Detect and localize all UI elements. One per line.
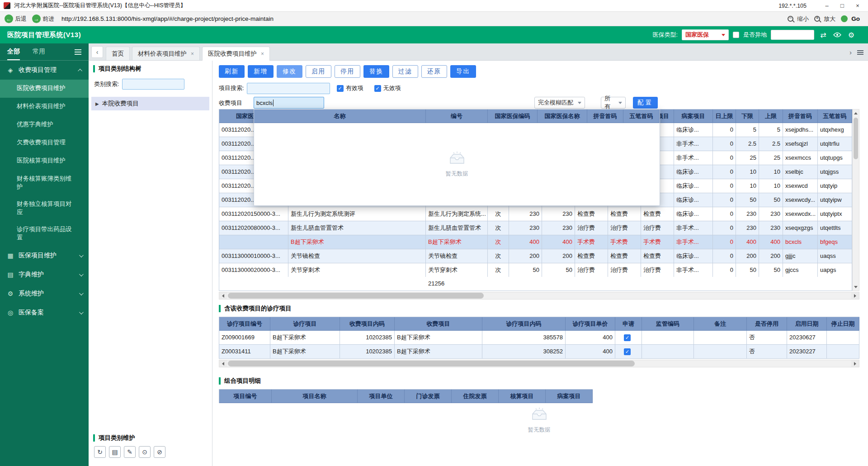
maximize-button[interactable]: □ (835, 0, 849, 11)
tree-expand-icon[interactable]: ▶ (95, 101, 99, 106)
tab[interactable]: 医院收费项目维护× (202, 47, 270, 61)
table-cell: 0 (713, 193, 736, 207)
sidebar-group-header[interactable]: ▤字典维护 (0, 265, 89, 284)
column-header: 日上限 (713, 109, 736, 123)
charge-project-search-input[interactable]: bcxcls (254, 97, 324, 109)
minimize-button[interactable]: – (820, 0, 834, 11)
sidebar-tab-all[interactable]: 全部 (7, 43, 20, 60)
sidebar-item[interactable]: 医院收费项目维护 (0, 80, 89, 98)
go-button[interactable]: Go (851, 15, 860, 22)
sidebar-item[interactable]: 材料价表项目维护 (0, 98, 89, 116)
toolbar-button[interactable]: 停用 (335, 65, 360, 78)
toolbar-button[interactable]: 过滤 (392, 65, 418, 78)
toolbar-button[interactable]: 新增 (248, 65, 274, 78)
category-search-input[interactable] (122, 79, 184, 90)
scroll-right-arrow[interactable] (851, 292, 859, 299)
table-row[interactable]: Z00031411B超下采卵术10202385B超下采卵术308252400✓否… (219, 345, 859, 359)
toolbar-button[interactable]: 启用 (306, 65, 331, 78)
tab[interactable]: 首页 (106, 47, 130, 60)
remote-input[interactable] (771, 30, 814, 40)
toolbar-button[interactable]: 替换 (363, 65, 389, 78)
horizontal-scroll-thumb[interactable] (228, 361, 635, 366)
checkbox-checked[interactable]: ✓ (624, 348, 631, 355)
table-cell: 10 (759, 165, 783, 179)
horizontal-scroll-track[interactable] (227, 292, 851, 299)
gear-icon[interactable]: ⚙ (846, 30, 856, 40)
valid-checkbox[interactable]: ✓ (337, 85, 344, 92)
add-category-button[interactable]: ▤ (109, 446, 121, 458)
edit-category-button[interactable]: ✎ (124, 446, 136, 458)
sidebar-group-header[interactable]: ▦医保项目维护 (0, 246, 89, 265)
tab[interactable]: 材料价表项目维护× (132, 47, 200, 60)
project-search-input[interactable] (247, 83, 330, 94)
menu-icon[interactable] (75, 52, 81, 52)
config-button[interactable]: 配置 (633, 97, 658, 109)
sidebar-item[interactable]: 欠费收费项目管理 (0, 134, 89, 152)
zoom-out-button[interactable]: 缩小 (797, 15, 809, 23)
tab-menu-icon[interactable] (857, 52, 863, 53)
table-row[interactable]: 003113000020000-3...关节穿刺术关节穿刺术次5050治疗费治疗… (219, 263, 852, 277)
scroll-up-arrow[interactable] (853, 109, 859, 117)
toolbar-button[interactable]: 修改 (277, 65, 302, 78)
table-cell: 检查费 (608, 249, 641, 263)
scroll-right-arrow[interactable] (851, 360, 859, 367)
tab-close-icon[interactable]: × (261, 51, 264, 57)
vertical-scrollbar[interactable] (852, 109, 859, 291)
match-mode-select[interactable]: 完全模糊匹配 (534, 97, 585, 109)
table-row[interactable]: 003113000010000-3...关节镜检查关节镜检查次200200检查费… (219, 249, 852, 263)
invalid-checkbox[interactable]: ✓ (374, 85, 381, 92)
project-search-label: 项目搜索: (219, 84, 244, 92)
table-row[interactable]: 003112020080000-3...新生儿脐血管置管术新生儿脐血管置管术次2… (219, 221, 852, 235)
toolbar-button[interactable]: 刷新 (219, 65, 245, 78)
zoom-in-button[interactable]: 放大 (824, 15, 835, 23)
charge-search-value: bcxcls (256, 100, 273, 106)
scroll-left-arrow[interactable] (219, 292, 227, 299)
horizontal-scroll-thumb[interactable] (228, 293, 484, 299)
sidebar-item[interactable]: 优惠字典维护 (0, 116, 89, 134)
sidebar-tab-common[interactable]: 常用 (33, 43, 45, 60)
collapse-sidebar-button[interactable]: ‹ (91, 46, 103, 58)
zoom-in-icon[interactable] (814, 16, 820, 22)
sidebar-group-header[interactable]: ⚙系统维护 (0, 284, 89, 303)
tab-close-icon[interactable]: × (191, 51, 194, 57)
toolbar-button[interactable]: 导出 (450, 65, 476, 78)
sidebar-item[interactable]: 财务独立核算项目对应 (0, 195, 89, 221)
table-row[interactable]: B超下采卵术B超下采卵术次400400手术费手术费手术费非手术...040040… (219, 235, 852, 249)
sidebar-group-header[interactable]: ◎医保备案 (0, 303, 89, 322)
table-row[interactable]: Z009001669B超下采卵术10202385B超下采卵术385578400✓… (219, 331, 859, 345)
disable-category-button[interactable]: ⊘ (154, 446, 165, 458)
horizontal-scroll-track[interactable] (227, 360, 851, 367)
back-button[interactable]: 后退 (15, 15, 27, 23)
switch-system-icon[interactable]: ⇄ (818, 30, 828, 40)
forward-icon[interactable]: → (32, 14, 41, 23)
eye-icon[interactable] (832, 30, 842, 40)
close-button[interactable]: × (851, 0, 864, 11)
vertical-scroll-track[interactable] (853, 117, 859, 283)
disable-icon: ⊘ (157, 448, 162, 456)
remote-checkbox[interactable] (733, 32, 739, 38)
checkbox-checked[interactable]: ✓ (624, 334, 631, 341)
table-row[interactable]: 003112020150000-3...新生儿行为测定系统测评新生儿行为测定系统… (219, 207, 852, 221)
chevron-right-icon[interactable]: › (849, 49, 852, 56)
table-cell: xsexwcdy... (783, 193, 818, 207)
table-cell: 次 (488, 263, 509, 277)
scope-select[interactable]: 所有 (601, 97, 626, 109)
forward-button[interactable]: 前进 (42, 15, 54, 23)
scroll-left-arrow[interactable] (219, 360, 227, 367)
horizontal-scrollbar[interactable] (219, 292, 859, 300)
refresh-category-button[interactable]: ↻ (94, 446, 106, 458)
insurance-type-select[interactable]: 国家医保 (682, 29, 729, 40)
treatment-horizontal-scrollbar[interactable] (219, 360, 859, 367)
scroll-down-arrow[interactable] (853, 283, 859, 290)
tree-node-root[interactable]: ▶ 本院收费项目 (91, 97, 209, 110)
zoom-out-icon[interactable] (788, 16, 793, 22)
sidebar-item[interactable]: 医院核算项目维护 (0, 152, 89, 170)
treatment-section-title: 含该收费项目的诊疗项目 (219, 305, 292, 312)
sidebar-item[interactable]: 诊疗项目带出药品设置 (0, 221, 89, 246)
vertical-scroll-thumb[interactable] (854, 118, 858, 159)
sidebar-item[interactable]: 财务核算账簿类别维护 (0, 170, 89, 195)
back-icon[interactable]: ← (5, 14, 13, 23)
sidebar-group-header[interactable]: ◈收费项目管理 (0, 61, 89, 80)
toolbar-button[interactable]: 还原 (421, 65, 447, 78)
enable-category-button[interactable]: ⊙ (139, 446, 151, 458)
